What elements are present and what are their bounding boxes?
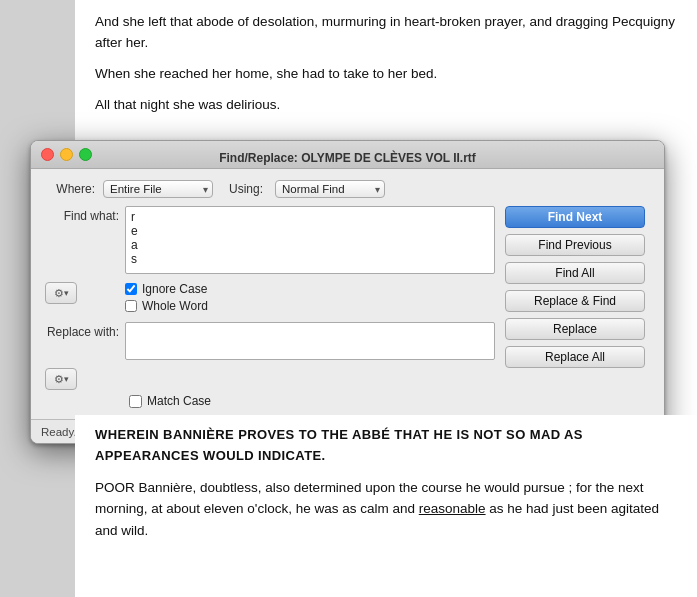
replace-gear-row: ⚙ ▾ (45, 368, 495, 390)
ignore-case-label: Ignore Case (142, 282, 207, 296)
match-case-row: Match Case (129, 394, 495, 408)
replace-with-input[interactable] (125, 322, 495, 360)
ignore-case-checkbox[interactable] (125, 283, 137, 295)
find-replace-dialog: Find/Replace: OLYMPE DE CLÈVES VOL II.rt… (30, 140, 665, 444)
doc-paragraph-2: When she reached her home, she had to ta… (95, 64, 677, 85)
gear-spacer: ⚙ ▾ (45, 282, 125, 304)
chapter-heading: WHEREIN BANNIÈRE PROVES TO THE ABBÉ THAT… (95, 425, 677, 467)
dialog-main: Find what: r e a s ⚙ ▾ (45, 206, 650, 411)
whole-word-checkbox[interactable] (125, 300, 137, 312)
using-label: Using: (229, 182, 263, 196)
minimize-button[interactable] (60, 148, 73, 161)
using-select[interactable]: Normal Find (275, 180, 385, 198)
find-what-row: Find what: r e a s (45, 206, 495, 278)
replace-gear-button[interactable]: ⚙ ▾ (45, 368, 77, 390)
document-top-text: And she left that abode of desolation, m… (95, 12, 677, 116)
replace-input-container (125, 322, 495, 364)
replace-gear-spacer: ⚙ ▾ (45, 368, 125, 390)
match-case-label: Match Case (147, 394, 211, 408)
find-gear-button[interactable]: ⚙ ▾ (45, 282, 77, 304)
find-gear-row: ⚙ ▾ Ignore Case Whole Word (45, 282, 495, 316)
dialog-left-column: Find what: r e a s ⚙ ▾ (45, 206, 495, 411)
document-bottom-text: WHEREIN BANNIÈRE PROVES TO THE ABBÉ THAT… (75, 415, 697, 556)
replace-gear-chevron-icon: ▾ (64, 374, 69, 384)
find-what-input[interactable]: r e a s (125, 206, 495, 274)
replace-with-label: Replace with: (45, 322, 125, 339)
where-using-row: Where: Entire File Using: Normal Find (45, 179, 650, 198)
where-select-wrapper: Entire File (103, 179, 213, 198)
dialog-right-column: Find Next Find Previous Find All Replace… (505, 206, 650, 411)
using-select-wrapper: Normal Find (275, 179, 385, 198)
whole-word-row: Whole Word (125, 299, 208, 313)
find-what-label: Find what: (45, 206, 125, 223)
close-button[interactable] (41, 148, 54, 161)
where-label: Where: (45, 182, 95, 196)
where-select[interactable]: Entire File (103, 180, 213, 198)
dialog-titlebar: Find/Replace: OLYMPE DE CLÈVES VOL II.rt… (31, 141, 664, 169)
replace-all-button[interactable]: Replace All (505, 346, 645, 368)
dialog-title: Find/Replace: OLYMPE DE CLÈVES VOL II.rt… (219, 151, 476, 165)
replace-button[interactable]: Replace (505, 318, 645, 340)
titlebar-controls (41, 148, 92, 161)
whole-word-label: Whole Word (142, 299, 208, 313)
underlined-word: reasonable (419, 501, 486, 516)
find-all-button[interactable]: Find All (505, 262, 645, 284)
find-input-container: r e a s (125, 206, 495, 278)
doc-paragraph-3: All that night she was delirious. (95, 95, 677, 116)
find-previous-button[interactable]: Find Previous (505, 234, 645, 256)
find-next-button[interactable]: Find Next (505, 206, 645, 228)
replace-and-find-button[interactable]: Replace & Find (505, 290, 645, 312)
match-case-checkbox[interactable] (129, 395, 142, 408)
status-text: Ready. (41, 426, 77, 438)
doc-paragraph-1: And she left that abode of desolation, m… (95, 12, 677, 54)
gear-icon: ⚙ (54, 287, 64, 300)
replace-gear-icon: ⚙ (54, 373, 64, 386)
replace-with-row: Replace with: (45, 322, 495, 364)
maximize-button[interactable] (79, 148, 92, 161)
ignore-case-row: Ignore Case (125, 282, 208, 296)
gear-chevron-icon: ▾ (64, 288, 69, 298)
doc-bottom-paragraph: POOR Bannière, doubtless, also determine… (95, 477, 677, 542)
find-checkboxes: Ignore Case Whole Word (125, 282, 208, 316)
dialog-body: Where: Entire File Using: Normal Find Fi… (31, 169, 664, 419)
